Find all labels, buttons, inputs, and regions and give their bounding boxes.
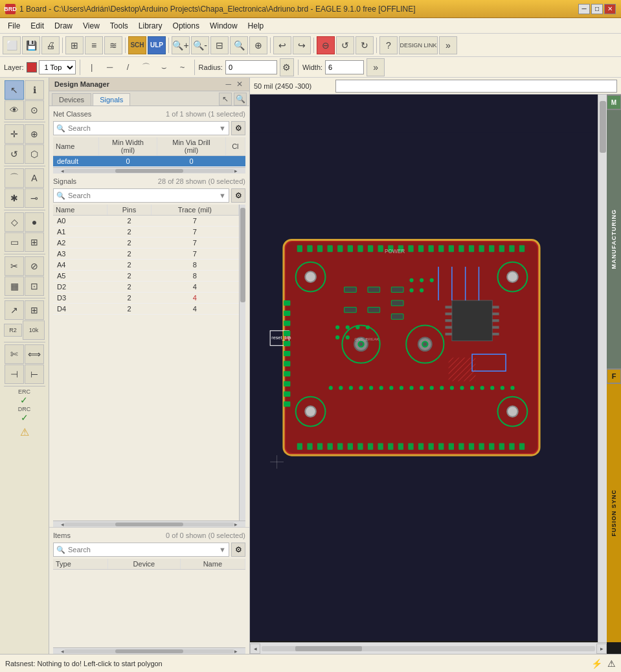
items-scroll-track[interactable] xyxy=(64,649,234,653)
maximize-button[interactable]: □ xyxy=(591,4,603,14)
layer-selector[interactable]: 1 Top xyxy=(27,60,76,74)
scissors-tool[interactable]: ✄ xyxy=(5,344,24,364)
more-button[interactable]: » xyxy=(439,36,457,54)
sig-row-A2[interactable]: A2 2 7 xyxy=(53,238,239,249)
nc-scroll-track[interactable] xyxy=(64,169,234,173)
eye-tool[interactable]: 👁 xyxy=(5,100,24,120)
sig-row-A4[interactable]: A4 2 8 xyxy=(53,260,239,271)
radius-settings[interactable]: ⚙ xyxy=(280,58,294,76)
delete-tool[interactable]: ✂ xyxy=(5,256,24,276)
erc-button[interactable]: ERC ✓ xyxy=(18,388,30,405)
redo-button[interactable]: ↪ xyxy=(293,36,311,54)
line-shape-arc2[interactable]: ⌣ xyxy=(157,60,172,75)
save-button[interactable]: 💾 xyxy=(22,36,40,54)
mfg-panel-button[interactable]: MANUFACTURING xyxy=(607,110,621,368)
sig-row-A0[interactable]: A0 2 7 xyxy=(53,216,239,227)
refresh2-button[interactable]: ↻ xyxy=(356,36,374,54)
nc-dropdown-icon[interactable]: ▼ xyxy=(219,124,226,132)
ulp-button[interactable]: ULP xyxy=(148,36,166,54)
info-tool[interactable]: ℹ xyxy=(25,80,44,100)
tab-devices[interactable]: Devices xyxy=(52,93,91,106)
menu-window[interactable]: Window xyxy=(205,20,243,32)
canvas-hscrollbar[interactable]: ◂ ▸ xyxy=(250,642,607,654)
close-button[interactable]: ✕ xyxy=(604,4,616,14)
mirror-tool[interactable]: ⬡ xyxy=(25,144,44,164)
grid-tool[interactable]: ⊞ xyxy=(25,232,44,252)
sig-row-D3[interactable]: D3 2 4 xyxy=(53,293,239,304)
design-link-button[interactable]: DESIGN LINK xyxy=(399,36,438,54)
line-shape-3[interactable]: / xyxy=(120,60,136,75)
sig-scroll-right[interactable]: ▸ xyxy=(234,521,238,528)
undo-button[interactable]: ↩ xyxy=(273,36,291,54)
sch-button[interactable]: SCH xyxy=(128,36,146,54)
sig-row-D2[interactable]: D2 2 4 xyxy=(53,282,239,293)
menu-file[interactable]: File xyxy=(3,20,25,32)
route2-tool[interactable]: ⊞ xyxy=(25,300,44,320)
line-shape-1[interactable]: | xyxy=(84,60,100,75)
text-tool[interactable]: A xyxy=(25,168,44,188)
canvas-area[interactable]: 50 mil (2450 -300) xyxy=(250,78,621,654)
fusion-icon-button[interactable]: F xyxy=(607,370,620,383)
poly-tool[interactable]: ✱ xyxy=(5,188,24,208)
sig-row-A5[interactable]: A5 2 8 xyxy=(53,271,239,282)
group-tool[interactable]: ▦ xyxy=(5,276,24,296)
sig-row-D4[interactable]: D4 2 4 xyxy=(53,304,239,315)
dm-zoom-icon[interactable]: 🔍 xyxy=(234,93,247,106)
route-tool[interactable]: ↗ xyxy=(5,300,24,320)
rotate-tool[interactable]: ↺ xyxy=(5,144,24,164)
more-toolbar2[interactable]: » xyxy=(367,58,385,76)
line-shape-2[interactable]: ─ xyxy=(102,60,118,75)
sig-dropdown-icon[interactable]: ▼ xyxy=(219,192,226,199)
mfg-icon-button[interactable]: M xyxy=(607,96,620,109)
items-dropdown-icon[interactable]: ▼ xyxy=(219,546,226,554)
dm-cursor-icon[interactable]: ↖ xyxy=(219,93,232,106)
arc-tool[interactable]: ⌒ xyxy=(5,168,24,188)
fusion-panel-button[interactable]: FUSION SYNC xyxy=(607,384,621,642)
items-hscrollbar[interactable]: ◂ ▸ xyxy=(53,647,245,654)
zoom-out-button[interactable]: 🔍- xyxy=(191,36,209,54)
nc-scroll-right[interactable]: ▸ xyxy=(234,168,238,174)
line-tool[interactable]: ⊸ xyxy=(25,188,44,208)
items-settings-button[interactable]: ⚙ xyxy=(231,543,245,557)
nc-settings-button[interactable]: ⚙ xyxy=(231,121,245,135)
ripup-tool[interactable]: ⊘ xyxy=(25,256,44,276)
via-tool[interactable]: ● xyxy=(25,212,44,232)
measure-tool[interactable]: ⟺ xyxy=(25,344,44,364)
smd-tool[interactable]: ▭ xyxy=(5,232,24,252)
select-tool[interactable]: ↖ xyxy=(5,80,24,100)
ungroup-tool[interactable]: ⊡ xyxy=(25,276,44,296)
sig-settings-button[interactable]: ⚙ xyxy=(231,188,245,203)
dm-close-button[interactable]: ✕ xyxy=(235,80,244,89)
split-tool[interactable]: ⊣ xyxy=(5,364,24,384)
width-input[interactable] xyxy=(325,60,364,74)
copy-tool[interactable]: ⊕ xyxy=(25,124,44,144)
hscroll-left-btn[interactable]: ◂ xyxy=(250,644,260,654)
minimize-button[interactable]: ─ xyxy=(578,4,590,14)
pad-tool[interactable]: ◇ xyxy=(5,212,24,232)
items-scroll-right[interactable]: ▸ xyxy=(234,648,238,655)
line-shape-wave[interactable]: ~ xyxy=(175,60,190,75)
stop-button[interactable]: ⊖ xyxy=(317,36,335,54)
print-button[interactable]: 🖨 xyxy=(41,36,60,54)
radius-input[interactable] xyxy=(225,60,277,74)
drc-button[interactable]: DRC ✓ xyxy=(18,406,31,423)
move-tool[interactable]: ✛ xyxy=(5,124,24,144)
net-classes-search-input[interactable] xyxy=(68,124,216,132)
menu-library[interactable]: Library xyxy=(133,20,168,32)
sig-row-A1[interactable]: A1 2 7 xyxy=(53,227,239,238)
canvas-command-input[interactable] xyxy=(335,80,617,93)
menu-tools[interactable]: Tools xyxy=(105,20,133,32)
sig-row-A3[interactable]: A3 2 7 xyxy=(53,249,239,260)
line-shape-arc1[interactable]: ⌒ xyxy=(139,60,154,75)
grid-button[interactable]: ⊞ xyxy=(65,36,84,54)
sig-scroll-track[interactable] xyxy=(64,522,234,526)
merge-tool[interactable]: ⊢ xyxy=(25,364,44,384)
inspect-tool[interactable]: ⊙ xyxy=(25,100,44,120)
hscroll-right-btn[interactable]: ▸ xyxy=(596,644,607,654)
menu-view[interactable]: View xyxy=(78,20,105,32)
layer-dropdown[interactable]: 1 Top xyxy=(39,60,76,74)
layers-button[interactable]: ≋ xyxy=(104,36,122,54)
dm-minimize-button[interactable]: ─ xyxy=(224,80,232,89)
menu-help[interactable]: Help xyxy=(243,20,269,32)
nc-row-default[interactable]: default 0 0 xyxy=(53,156,245,167)
